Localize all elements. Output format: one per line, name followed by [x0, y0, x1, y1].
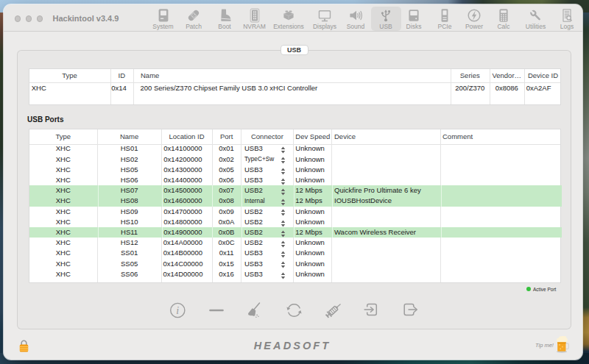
svg-text:i: i — [176, 305, 179, 316]
